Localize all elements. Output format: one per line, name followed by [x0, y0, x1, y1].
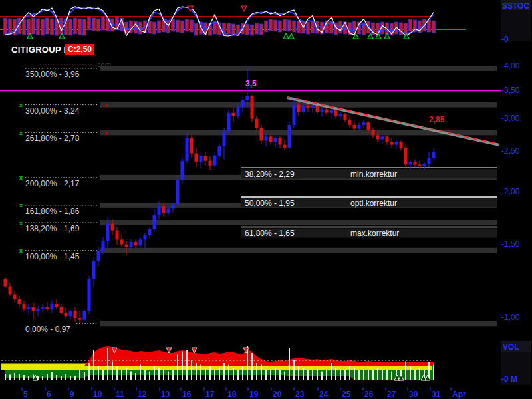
chart-canvas[interactable]: xxxxxxxx — [0, 0, 532, 399]
candle-body — [241, 100, 245, 107]
stoch-buy-triangle-icon — [289, 33, 294, 39]
candle-body — [246, 96, 249, 100]
stoch-histogram-bar — [213, 22, 217, 34]
candle-body — [302, 106, 305, 112]
volume-bar — [228, 365, 229, 380]
volume-bar — [205, 368, 206, 380]
korrektur-strip — [241, 229, 497, 238]
volume-bar — [331, 363, 332, 380]
candle-body — [78, 318, 82, 320]
candle-body — [195, 153, 198, 162]
volume-bar — [349, 366, 350, 380]
volume-bar — [251, 353, 253, 380]
volume-bar — [317, 369, 318, 380]
volume-bar — [270, 370, 271, 380]
candle-body — [330, 110, 333, 112]
candle-body — [362, 122, 366, 125]
fib-band — [100, 220, 497, 225]
stoch-histogram-bar — [88, 17, 91, 30]
candle-body — [321, 109, 324, 111]
volume-bar — [28, 376, 29, 380]
stoch-histogram-bar — [102, 17, 105, 30]
candle-body — [139, 239, 142, 245]
stoch-histogram-bar — [428, 20, 431, 32]
candle-body — [4, 279, 7, 286]
volume-bar — [112, 362, 113, 380]
stoch-histogram-bar — [41, 19, 45, 35]
volume-bar — [219, 368, 220, 380]
candle-body — [120, 239, 124, 244]
candle-body — [23, 304, 26, 309]
candle-body — [283, 145, 287, 148]
candle-body — [116, 231, 119, 240]
volume-bar — [344, 370, 346, 380]
volume-bar — [116, 366, 118, 380]
stoch-histogram-bar — [4, 18, 7, 34]
stoch-histogram-bar — [83, 19, 86, 35]
candle-body — [316, 106, 319, 112]
candle-body — [297, 105, 301, 112]
volume-bar — [265, 370, 267, 380]
stoch-histogram-bar — [37, 19, 40, 35]
stoch-sell-triangle-icon — [241, 6, 247, 11]
stoch-buy-triangle-icon — [283, 33, 289, 39]
candle-body — [395, 142, 398, 144]
volume-bar — [321, 372, 323, 380]
candle-body — [423, 164, 426, 166]
stoch-histogram-bar — [297, 21, 301, 33]
volume-bar — [19, 374, 20, 380]
volume-bar — [377, 368, 378, 380]
candle-body — [37, 309, 40, 311]
candle-body — [148, 229, 152, 235]
volume-bar — [405, 362, 406, 380]
trading-chart-window: xxxxxxxx CITIGROUP INC C:2,50 .com 3,5 2… — [0, 0, 532, 399]
volume-bar — [414, 370, 416, 380]
stoch-histogram-bar — [167, 21, 170, 33]
volume-bar — [275, 368, 276, 380]
stoch-histogram-bar — [69, 19, 72, 35]
volume-bar — [237, 370, 239, 380]
volume-bar — [335, 368, 336, 380]
volume-bar — [433, 365, 434, 380]
stoch-histogram-bar — [255, 23, 259, 34]
stoch-histogram-bar — [92, 18, 96, 31]
volume-bar — [121, 370, 122, 380]
volume-bar — [382, 370, 383, 380]
candle-body — [344, 114, 347, 120]
volume-bar — [93, 350, 94, 380]
volume-bar — [88, 363, 90, 380]
candle-body — [186, 138, 189, 160]
stoch-histogram-bar — [316, 21, 319, 33]
volume-bar — [9, 375, 11, 380]
volume-bar — [363, 369, 364, 380]
candle-body — [176, 180, 180, 205]
candle-body — [218, 146, 221, 156]
volume-bar — [23, 375, 25, 380]
stoch-histogram-bar — [158, 21, 161, 33]
volume-bar — [298, 366, 299, 380]
candle-body — [60, 307, 63, 313]
fib-green-x-marker: x — [19, 102, 23, 108]
volume-bar — [312, 370, 313, 380]
stoch-histogram-bar — [288, 20, 291, 31]
candle-body — [92, 261, 96, 279]
candle-body — [279, 138, 282, 144]
candle-body — [269, 136, 273, 142]
candle-body — [97, 251, 100, 261]
stoch-histogram-bar — [51, 19, 54, 35]
candle-body — [372, 130, 375, 135]
stoch-histogram-bar — [186, 19, 189, 31]
volume-bar — [102, 370, 104, 380]
fib-green-x-marker: x — [19, 247, 23, 254]
volume-bar — [223, 363, 225, 380]
stoch-histogram-bar — [148, 21, 152, 33]
volume-margin-title-strip — [501, 341, 531, 352]
volume-bar — [242, 366, 243, 380]
stoch-histogram-bar — [78, 19, 82, 35]
stoch-histogram-bar — [265, 21, 268, 32]
volume-bar — [74, 376, 76, 380]
candle-body — [418, 165, 422, 166]
volume-bar — [130, 372, 132, 380]
fib-red-x-marker: x — [104, 130, 108, 136]
volume-bar — [158, 368, 160, 380]
